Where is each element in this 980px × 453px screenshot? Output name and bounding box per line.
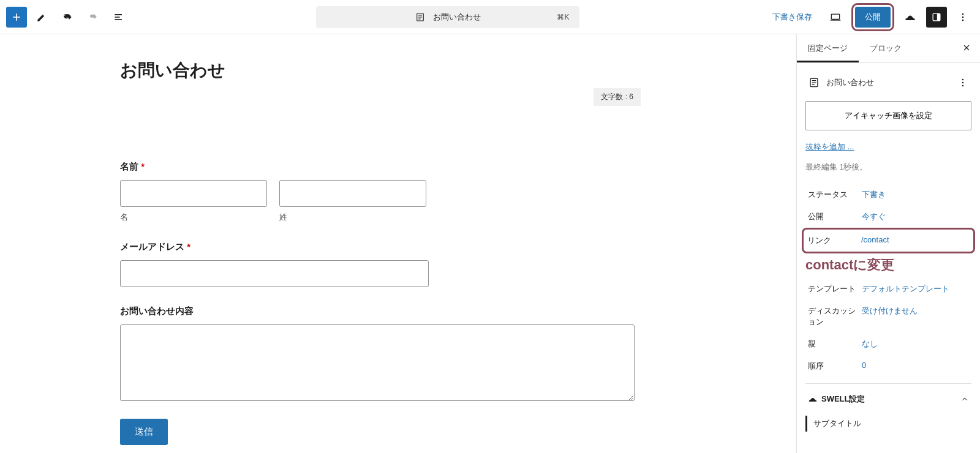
tab-block[interactable]: ブロック bbox=[859, 34, 913, 62]
top-toolbar: お問い合わせ ⌘K 下書き保存 公開 bbox=[0, 0, 980, 34]
document-title-pill[interactable]: お問い合わせ ⌘K bbox=[316, 6, 579, 28]
page-icon bbox=[415, 12, 426, 23]
last-name-col: 姓 bbox=[279, 180, 426, 223]
swell-toggle-button[interactable] bbox=[899, 6, 921, 28]
first-name-input[interactable] bbox=[120, 180, 267, 207]
close-icon bbox=[962, 43, 971, 53]
order-value[interactable]: 0 bbox=[862, 361, 866, 372]
parent-value[interactable]: なし bbox=[862, 339, 878, 350]
close-sidebar-button[interactable] bbox=[958, 40, 975, 58]
swell-subtitle-label: サブタイトル bbox=[805, 416, 971, 432]
toolbar-right: 下書き保存 公開 bbox=[765, 3, 974, 31]
kebab-icon bbox=[957, 77, 969, 89]
swell-icon bbox=[904, 11, 916, 23]
template-label: テンプレート bbox=[808, 283, 862, 294]
publish-label: 公開 bbox=[808, 211, 862, 222]
kbd-shortcut: ⌘K bbox=[557, 13, 569, 21]
order-label: 順序 bbox=[808, 361, 862, 372]
more-options-button[interactable] bbox=[952, 6, 974, 28]
publish-value[interactable]: 今すぐ bbox=[862, 211, 886, 222]
pencil-icon bbox=[36, 11, 48, 23]
message-textarea[interactable] bbox=[120, 324, 635, 401]
svg-point-5 bbox=[962, 16, 964, 18]
template-row[interactable]: テンプレート デフォルトテンプレート bbox=[805, 278, 971, 300]
required-mark: * bbox=[141, 161, 145, 171]
name-row: 名 姓 bbox=[120, 180, 635, 223]
svg-point-4 bbox=[962, 13, 964, 15]
email-input[interactable] bbox=[120, 260, 429, 287]
message-label: お問い合わせ内容 bbox=[120, 305, 635, 317]
publish-row[interactable]: 公開 今すぐ bbox=[805, 206, 971, 228]
email-label: メールアドレス * bbox=[120, 241, 635, 253]
discussion-row[interactable]: ディスカッション 受け付けません bbox=[805, 300, 971, 333]
swell-panel-title: SWELL設定 bbox=[821, 394, 865, 405]
discussion-value[interactable]: 受け付けません bbox=[862, 305, 918, 328]
main-area: お問い合わせ 文字数 : 6 名前 * 名 姓 bbox=[0, 34, 980, 453]
document-title-text: お問い合わせ bbox=[433, 12, 481, 23]
editor-canvas[interactable]: お問い合わせ 文字数 : 6 名前 * 名 姓 bbox=[0, 34, 796, 453]
link-label: リンク bbox=[807, 235, 861, 246]
status-label: ステータス bbox=[808, 189, 862, 200]
undo-icon bbox=[61, 11, 74, 23]
submit-button[interactable]: 送信 bbox=[120, 419, 168, 445]
status-row[interactable]: ステータス 下書き bbox=[805, 184, 971, 206]
sidebar-icon bbox=[930, 11, 943, 23]
document-overview-button[interactable] bbox=[108, 6, 130, 28]
toolbar-center: お問い合わせ ⌘K bbox=[130, 6, 765, 28]
toolbar-left bbox=[6, 6, 130, 28]
required-mark: * bbox=[187, 241, 190, 252]
template-value[interactable]: デフォルトテンプレート bbox=[862, 283, 949, 294]
status-value[interactable]: 下書き bbox=[862, 189, 886, 200]
tab-page[interactable]: 固定ページ bbox=[797, 34, 859, 62]
list-icon bbox=[113, 11, 125, 23]
link-value[interactable]: /contact bbox=[861, 235, 889, 246]
kebab-icon bbox=[957, 11, 969, 23]
svg-rect-1 bbox=[831, 14, 839, 19]
page-icon bbox=[808, 77, 820, 89]
settings-sidebar-toggle[interactable] bbox=[926, 7, 947, 28]
svg-point-6 bbox=[962, 19, 964, 21]
svg-rect-3 bbox=[937, 13, 940, 21]
annotation-text: contactに変更 bbox=[805, 256, 971, 274]
chevron-up-icon bbox=[960, 395, 969, 403]
sidebar-body: お問い合わせ アイキャッチ画像を設定 抜粋を追加 ... 最終編集 1秒後。 ス… bbox=[797, 63, 980, 440]
link-row[interactable]: リンク /contact bbox=[807, 231, 970, 250]
add-block-button[interactable] bbox=[6, 7, 27, 28]
settings-sidebar: 固定ページ ブロック お問い合わせ アイキャッチ画像を設定 抜粋を追加 ... … bbox=[796, 34, 980, 453]
swell-panel-header[interactable]: SWELL設定 bbox=[805, 383, 971, 411]
first-name-col: 名 bbox=[120, 180, 267, 223]
publish-button[interactable]: 公開 bbox=[855, 7, 891, 28]
desktop-icon bbox=[829, 11, 842, 23]
publish-highlight-ring: 公開 bbox=[851, 3, 894, 31]
sidebar-doc-more-button[interactable] bbox=[954, 74, 971, 91]
svg-point-9 bbox=[962, 82, 964, 84]
redo-button[interactable] bbox=[82, 6, 104, 28]
parent-row[interactable]: 親 なし bbox=[805, 333, 971, 355]
sidebar-tabs: 固定ページ ブロック bbox=[797, 34, 980, 63]
page-title[interactable]: お問い合わせ bbox=[120, 59, 635, 82]
svg-point-10 bbox=[962, 85, 964, 87]
svg-point-8 bbox=[962, 79, 964, 81]
sidebar-doc-title: お問い合わせ bbox=[826, 77, 948, 88]
plus-icon bbox=[10, 11, 23, 23]
parent-label: 親 bbox=[808, 339, 862, 350]
swell-icon bbox=[808, 394, 818, 404]
first-name-sublabel: 名 bbox=[120, 212, 267, 223]
sidebar-doc-head: お問い合わせ bbox=[805, 72, 971, 101]
set-featured-image-button[interactable]: アイキャッチ画像を設定 bbox=[805, 101, 971, 130]
name-label: 名前 * bbox=[120, 161, 635, 173]
preview-button[interactable] bbox=[824, 6, 846, 28]
undo-button[interactable] bbox=[56, 6, 78, 28]
tools-button[interactable] bbox=[31, 6, 53, 28]
character-count-badge: 文字数 : 6 bbox=[594, 88, 641, 106]
order-row[interactable]: 順序 0 bbox=[805, 355, 971, 377]
link-highlight-ring: リンク /contact bbox=[802, 228, 975, 253]
discussion-label: ディスカッション bbox=[808, 305, 862, 328]
contact-form: 名前 * 名 姓 メールアドレス * bbox=[120, 106, 635, 445]
last-edited-text: 最終編集 1秒後。 bbox=[805, 162, 971, 173]
save-draft-button[interactable]: 下書き保存 bbox=[765, 7, 820, 28]
last-name-input[interactable] bbox=[279, 180, 426, 207]
last-name-sublabel: 姓 bbox=[279, 212, 426, 223]
editor-inner: お問い合わせ 文字数 : 6 名前 * 名 姓 bbox=[120, 59, 635, 445]
add-excerpt-link[interactable]: 抜粋を追加 ... bbox=[805, 141, 854, 152]
